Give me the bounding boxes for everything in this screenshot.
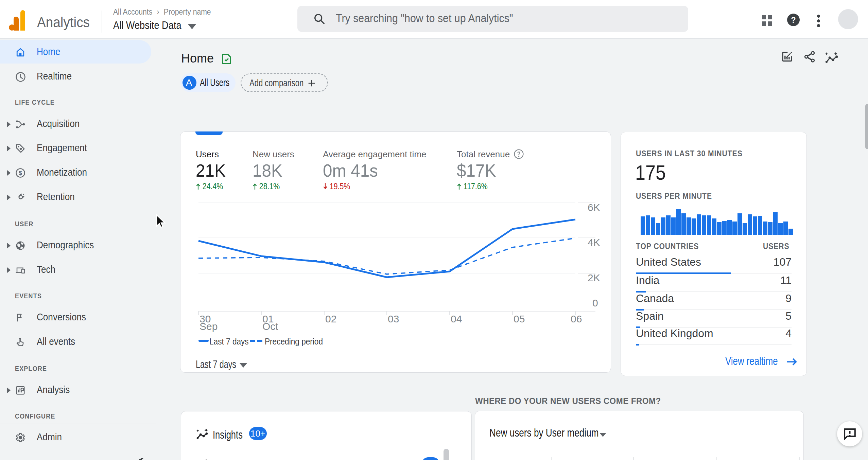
svg-text:?: ? bbox=[791, 16, 796, 24]
svg-text:02: 02 bbox=[325, 313, 336, 324]
svg-text:6K: 6K bbox=[588, 202, 600, 213]
svg-text:Sep: Sep bbox=[199, 321, 218, 332]
svg-text:Oct: Oct bbox=[262, 321, 278, 332]
svg-text:2K: 2K bbox=[588, 272, 600, 283]
svg-text:$: $ bbox=[19, 170, 22, 176]
svg-text:4K: 4K bbox=[588, 237, 600, 248]
svg-text:03: 03 bbox=[388, 313, 399, 324]
svg-text:05: 05 bbox=[514, 313, 525, 324]
svg-text:0: 0 bbox=[592, 297, 598, 308]
svg-text:06: 06 bbox=[571, 313, 582, 324]
svg-text:04: 04 bbox=[451, 313, 462, 324]
